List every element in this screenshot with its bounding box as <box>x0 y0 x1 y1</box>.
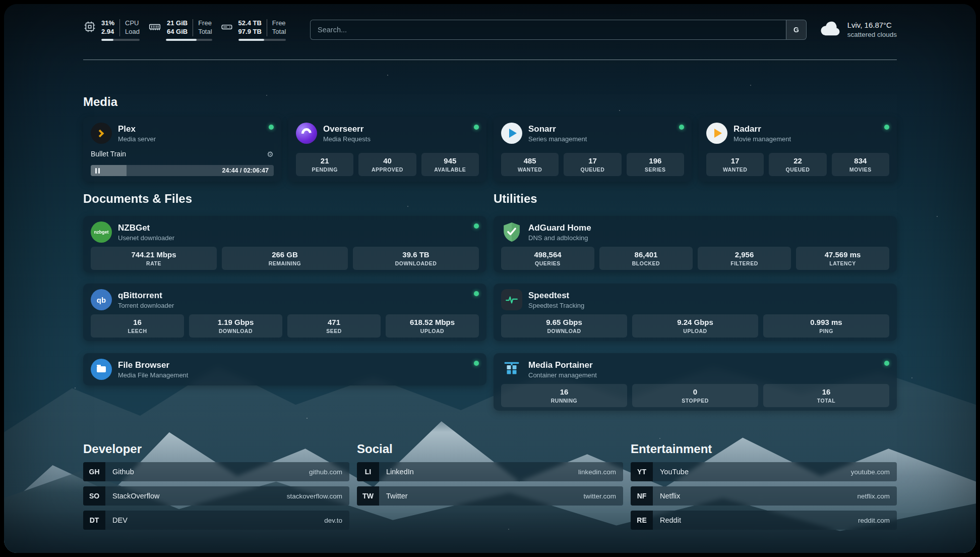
bookmark-github[interactable]: GH Github github.com <box>83 462 349 481</box>
section-heading-media: Media <box>83 95 117 109</box>
stat-upload: 9.24 Gbps UPLOAD <box>632 314 758 338</box>
media-cards-row: Plex Media server Bullet Train ⚙ 24:44 /… <box>83 117 897 182</box>
speedtest-card[interactable]: Speedtest Speedtest Tracking 9.65 Gbps D… <box>494 284 897 341</box>
youtube-icon: YT <box>631 462 653 481</box>
stat-downloaded: 39.6 TB DOWNLOADED <box>353 247 479 270</box>
bookmark-stackoverflow[interactable]: SO StackOverflow stackoverflow.com <box>83 486 349 506</box>
stat-remaining: 266 GB REMAINING <box>222 247 348 270</box>
app-subtitle: Movie management <box>733 135 791 143</box>
radarr-icon <box>706 123 727 144</box>
bookmarks-developer: GH Github github.com SO StackOverflow st… <box>83 462 349 530</box>
app-subtitle: Media Requests <box>323 135 371 143</box>
reddit-icon: RE <box>631 511 653 530</box>
stat-approved: 40 APPROVED <box>358 153 416 176</box>
portainer-icon <box>501 359 522 380</box>
cpu-percent: 31% <box>101 19 114 28</box>
ram-label: Free <box>198 19 212 28</box>
app-title: Speedtest <box>528 291 584 301</box>
status-dot <box>269 125 274 130</box>
disk-icon <box>220 20 233 35</box>
twitter-icon: TW <box>357 486 379 506</box>
stat-queued: 22 QUEUED <box>769 153 826 176</box>
section-heading-social: Social <box>357 442 393 456</box>
qbittorrent-card[interactable]: qb qBittorrent Torrent downloader 16 LEE… <box>83 284 486 341</box>
dashboard: 31% 2.94 CPU Load <box>4 4 976 553</box>
stat-download: 9.65 Gbps DOWNLOAD <box>501 314 627 338</box>
stat-filtered: 2,956 FILTERED <box>698 247 791 270</box>
plex-icon <box>91 123 112 144</box>
bookmarks-entertainment: YT YouTube youtube.com NF Netflix netfli… <box>631 462 897 530</box>
portainer-card[interactable]: Media Portainer Container management 16 … <box>494 353 897 411</box>
overseerr-icon <box>296 123 317 144</box>
radarr-card[interactable]: Radarr Movie management 17 WANTED 22 QUE… <box>699 117 897 182</box>
weather-condition: scattered clouds <box>847 30 897 39</box>
bookmark-linkedin[interactable]: LI LinkedIn linkedin.com <box>357 462 623 481</box>
status-dot <box>474 125 479 130</box>
search-input[interactable] <box>311 20 786 39</box>
plex-card[interactable]: Plex Media server Bullet Train ⚙ 24:44 /… <box>83 117 281 182</box>
nzbget-card[interactable]: nzbget NZBGet Usenet downloader 744.21 M… <box>83 216 486 272</box>
bookmarks-social: LI LinkedIn linkedin.com TW Twitter twit… <box>357 462 623 506</box>
status-dot <box>884 125 889 130</box>
filebrowser-icon <box>91 359 112 380</box>
playback-time: 24:44 / 02:06:47 <box>222 165 269 176</box>
stat-leech: 16 LEECH <box>91 314 184 338</box>
app-subtitle: Series management <box>528 135 587 143</box>
cpu-load: 2.94 <box>101 28 114 36</box>
ram-stat: 21 GiB 64 GiB Free Total <box>148 19 212 41</box>
stat-ping: 0.993 ms PING <box>763 314 889 338</box>
app-title: qBittorrent <box>118 291 174 301</box>
search-engine-button[interactable]: G <box>786 20 806 39</box>
disk-free: 52.4 TB <box>238 19 262 28</box>
app-subtitle: Torrent downloader <box>118 302 174 309</box>
app-title: AdGuard Home <box>528 223 591 233</box>
stackoverflow-icon: SO <box>83 486 105 506</box>
playback-progress-bar[interactable]: 24:44 / 02:06:47 <box>91 165 274 176</box>
now-playing-title: Bullet Train <box>91 150 126 158</box>
ram-label2: Total <box>198 28 212 36</box>
section-heading-documents: Documents & Files <box>83 192 192 206</box>
filebrowser-card[interactable]: File Browser Media File Management <box>83 353 486 385</box>
stat-upload: 618.52 Mbps UPLOAD <box>386 314 479 338</box>
pause-icon[interactable] <box>95 165 100 176</box>
adguard-icon <box>501 221 522 243</box>
weather-location: Lviv, 16.87°C <box>847 20 897 30</box>
ram-free: 21 GiB <box>167 19 188 28</box>
cpu-usage-bar <box>101 39 140 41</box>
bookmark-dev[interactable]: DT DEV dev.to <box>83 511 349 530</box>
search-bar: G <box>310 20 807 40</box>
stat-stopped: 0 STOPPED <box>632 384 758 407</box>
gear-icon[interactable]: ⚙ <box>267 150 274 158</box>
bookmark-twitter[interactable]: TW Twitter twitter.com <box>357 486 623 506</box>
bookmark-reddit[interactable]: RE Reddit reddit.com <box>631 511 897 530</box>
status-dot <box>474 291 479 296</box>
stat-queries: 498,564 QUERIES <box>501 247 594 270</box>
snow-specks <box>4 4 5 5</box>
weather-widget: Lviv, 16.87°C scattered clouds <box>819 20 897 39</box>
app-subtitle: DNS and adblocking <box>528 234 591 242</box>
app-subtitle: Speedtest Tracking <box>528 302 584 309</box>
stat-queued: 17 QUEUED <box>564 153 621 176</box>
app-subtitle: Usenet downloader <box>118 234 174 242</box>
sonarr-card[interactable]: Sonarr Series management 485 WANTED 17 Q… <box>494 117 692 182</box>
app-subtitle: Media File Management <box>118 371 188 379</box>
app-title: Overseerr <box>323 124 371 134</box>
overseerr-card[interactable]: Overseerr Media Requests 21 PENDING 40 A… <box>288 117 486 182</box>
disk-usage-bar <box>238 39 286 41</box>
disk-total: 97.9 TB <box>238 28 262 36</box>
topbar: 31% 2.94 CPU Load <box>83 18 897 43</box>
bookmark-netflix[interactable]: NF Netflix netflix.com <box>631 486 897 506</box>
adguard-card[interactable]: AdGuard Home DNS and adblocking 498,564 … <box>494 216 897 272</box>
netflix-icon: NF <box>631 486 653 506</box>
ram-total: 64 GiB <box>167 28 188 36</box>
stat-wanted: 17 WANTED <box>706 153 764 176</box>
app-title: Radarr <box>733 124 791 134</box>
stat-movies: 834 MOVIES <box>832 153 889 176</box>
ram-usage-bar <box>166 39 212 41</box>
cpu-stat: 31% 2.94 CPU Load <box>83 19 140 41</box>
bookmark-youtube[interactable]: YT YouTube youtube.com <box>631 462 897 481</box>
status-dot <box>474 361 479 366</box>
sonarr-icon <box>501 123 522 144</box>
stat-latency: 47.569 ms LATENCY <box>796 247 889 270</box>
section-heading-utilities: Utilities <box>494 192 537 206</box>
